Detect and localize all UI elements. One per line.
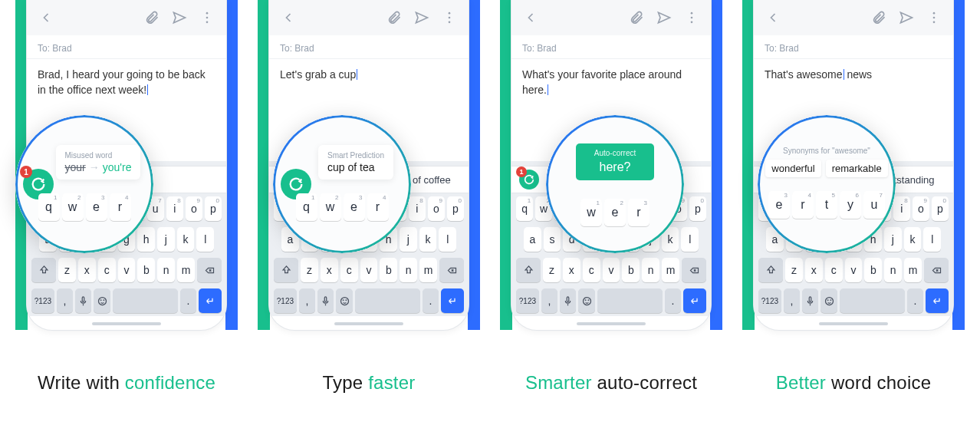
key-m[interactable]: m (904, 258, 922, 282)
message-body[interactable]: Let's grab a cup (269, 59, 469, 130)
key-c[interactable]: c (98, 258, 116, 282)
zoom-key-w[interactable]: w2 (320, 193, 341, 221)
emoji-key[interactable] (578, 288, 594, 313)
send-icon[interactable] (413, 9, 430, 26)
key-v[interactable]: v (118, 258, 136, 282)
attach-icon[interactable] (143, 9, 160, 26)
key-c[interactable]: c (825, 258, 843, 282)
backspace-key[interactable] (924, 258, 949, 282)
key-o[interactable]: o9 (428, 196, 445, 221)
enter-key[interactable] (199, 288, 222, 313)
autocorrect-chip[interactable]: Auto-correct here? (576, 143, 654, 180)
symbols-key[interactable]: ?123 (31, 288, 54, 313)
to-field[interactable]: To: Brad (269, 35, 469, 59)
to-field[interactable]: To: Brad (27, 35, 226, 59)
symbols-key[interactable]: ?123 (516, 288, 539, 313)
zoom-key-r[interactable]: r4 (110, 193, 131, 221)
to-field[interactable]: To: Brad (754, 35, 953, 59)
emoji-key[interactable] (94, 288, 110, 313)
zoom-key-q[interactable]: q1 (38, 193, 60, 221)
key-s[interactable]: s (544, 227, 561, 252)
space-key[interactable] (597, 288, 663, 313)
shift-key[interactable] (516, 258, 541, 282)
key-b[interactable]: b (622, 258, 640, 282)
zoom-key-r[interactable]: r4 (792, 191, 814, 219)
prediction-card[interactable]: Smart Prediction cup of tea (318, 145, 393, 180)
more-icon[interactable] (199, 9, 215, 26)
key-z[interactable]: z (543, 258, 561, 282)
emoji-key[interactable] (821, 288, 837, 313)
key-n[interactable]: n (642, 258, 659, 282)
space-key[interactable] (355, 288, 420, 313)
period-key[interactable]: . (665, 288, 681, 313)
key-n[interactable]: n (884, 258, 902, 282)
key-l[interactable]: l (681, 227, 699, 252)
message-body[interactable]: That's awesome news (754, 59, 953, 130)
key-i[interactable]: i8 (409, 196, 426, 221)
synonym-chip[interactable]: remarkable (826, 160, 888, 177)
comma-key[interactable]: , (784, 288, 800, 313)
shift-key[interactable] (31, 258, 56, 282)
mic-key[interactable] (560, 288, 576, 313)
key-m[interactable]: m (419, 258, 437, 282)
enter-key[interactable] (441, 288, 464, 313)
zoom-key-e[interactable]: e2 (604, 199, 626, 226)
key-c[interactable]: c (583, 258, 600, 282)
key-l[interactable]: l (923, 227, 941, 252)
zoom-key-r[interactable]: r3 (628, 199, 649, 226)
key-v[interactable]: v (845, 258, 863, 282)
key-v[interactable]: v (603, 258, 620, 282)
key-j[interactable]: j (400, 227, 417, 252)
more-icon[interactable] (683, 9, 700, 26)
key-a[interactable]: a (524, 227, 541, 252)
message-body[interactable]: Brad, I heard your going to be back in t… (27, 59, 226, 130)
attach-icon[interactable] (870, 9, 887, 26)
key-b[interactable]: b (380, 258, 397, 282)
zoom-key-e[interactable]: e3 (86, 193, 107, 221)
mic-key[interactable] (75, 288, 91, 313)
key-v[interactable]: v (360, 258, 378, 282)
zoom-key-e[interactable]: e3 (768, 191, 790, 219)
key-x[interactable]: x (321, 258, 338, 282)
period-key[interactable]: . (423, 288, 439, 313)
key-n[interactable]: n (157, 258, 175, 282)
key-b[interactable]: b (137, 258, 155, 282)
send-icon[interactable] (898, 9, 915, 26)
grammarly-icon[interactable]: 1 (519, 170, 539, 190)
send-icon[interactable] (171, 9, 188, 26)
zoom-key-r[interactable]: r4 (367, 193, 389, 221)
more-icon[interactable] (441, 9, 458, 26)
zoom-key-y[interactable]: y6 (840, 191, 861, 219)
back-icon[interactable] (522, 9, 539, 26)
shift-key[interactable] (758, 258, 783, 282)
to-field[interactable]: To: Brad (511, 35, 711, 59)
key-m[interactable]: m (662, 258, 679, 282)
key-k[interactable]: k (904, 227, 922, 252)
comma-key[interactable]: , (57, 288, 73, 313)
key-o[interactable]: o9 (913, 196, 929, 221)
zoom-key-q[interactable]: q1 (296, 193, 317, 221)
key-k[interactable]: k (177, 227, 195, 252)
mic-key[interactable] (317, 288, 334, 313)
key-j[interactable]: j (884, 227, 902, 252)
key-l[interactable]: l (196, 227, 214, 252)
send-icon[interactable] (656, 9, 673, 26)
key-n[interactable]: n (400, 258, 417, 282)
zoom-key-w[interactable]: w2 (62, 193, 84, 221)
back-icon[interactable] (280, 9, 297, 26)
key-c[interactable]: c (340, 258, 358, 282)
zoom-key-t[interactable]: t5 (816, 191, 837, 219)
backspace-key[interactable] (439, 258, 464, 282)
space-key[interactable] (113, 288, 178, 313)
key-h[interactable]: h (137, 227, 155, 252)
key-o[interactable]: o9 (186, 196, 202, 221)
key-z[interactable]: z (58, 258, 76, 282)
key-z[interactable]: z (301, 258, 318, 282)
key-k[interactable]: k (419, 227, 437, 252)
back-icon[interactable] (765, 9, 781, 26)
key-p[interactable]: p0 (205, 196, 222, 221)
period-key[interactable]: . (907, 288, 923, 313)
key-m[interactable]: m (177, 258, 195, 282)
zoom-key-e[interactable]: e3 (344, 193, 365, 221)
enter-key[interactable] (926, 288, 949, 313)
